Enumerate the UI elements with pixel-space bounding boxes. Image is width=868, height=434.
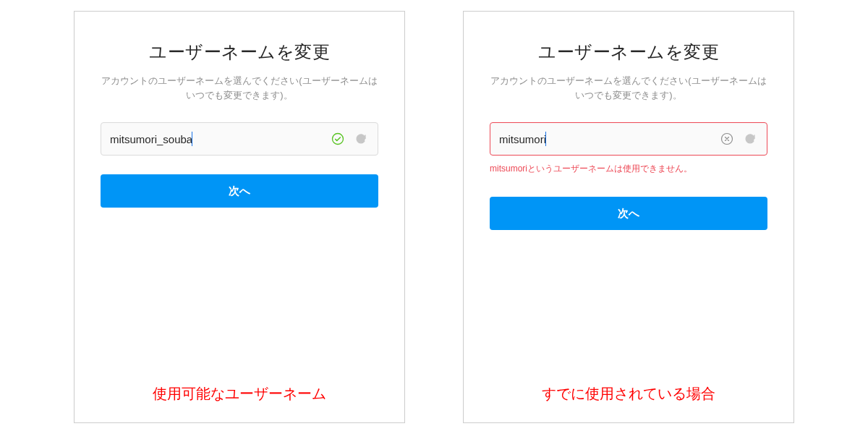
page-title: ユーザーネームを変更 [101,41,378,64]
spacer [490,230,767,384]
username-input[interactable]: mitsumori [499,132,712,146]
page-subtitle: アカウントのユーザーネームを選んでください(ユーザーネームはいつでも変更できます… [101,74,378,102]
refresh-icon[interactable] [353,131,369,147]
username-change-panel-error: ユーザーネームを変更 アカウントのユーザーネームを選んでください(ユーザーネーム… [463,11,794,423]
next-button[interactable]: 次へ [101,174,378,208]
username-change-panel-valid: ユーザーネームを変更 アカウントのユーザーネームを選んでください(ユーザーネーム… [74,11,405,423]
checkmark-circle-icon [330,131,346,147]
spacer [101,208,378,384]
text-cursor [545,132,546,146]
refresh-icon[interactable] [742,131,758,147]
panel-caption: すでに使用されている場合 [490,384,767,411]
page-subtitle: アカウントのユーザーネームを選んでください(ユーザーネームはいつでも変更できます… [490,74,767,102]
username-input[interactable]: mitsumori_souba [110,132,323,146]
username-input-value: mitsumori_souba [110,133,192,145]
username-input-wrapper[interactable]: mitsumori [490,122,767,156]
next-button[interactable]: 次へ [490,197,767,230]
panel-caption: 使用可能なユーザーネーム [101,384,378,411]
x-circle-icon[interactable] [719,131,735,147]
page-title: ユーザーネームを変更 [490,41,767,64]
svg-point-0 [333,134,344,145]
text-cursor [192,132,192,146]
username-input-value: mitsumori [499,133,546,145]
error-message: mitsumoriというユーザーネームは使用できません。 [490,163,767,175]
username-input-wrapper[interactable]: mitsumori_souba [101,122,378,156]
